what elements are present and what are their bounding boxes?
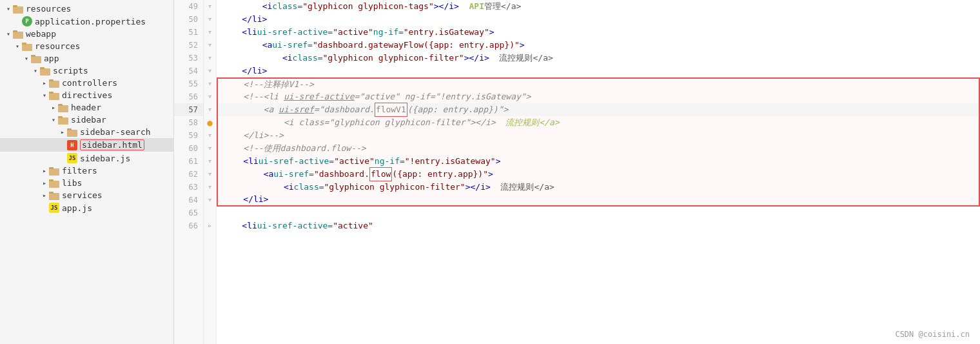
item-label: scripts (53, 66, 88, 76)
svg-rect-11 (49, 79, 54, 81)
svg-rect-13 (49, 92, 54, 94)
sidebar-item-libs[interactable]: libs (0, 177, 173, 189)
gutter-cell[interactable] (204, 39, 216, 52)
html-file-icon: H (67, 140, 77, 150)
sidebar-item-directives[interactable]: directives (0, 89, 173, 101)
gutter-cell[interactable] (204, 219, 216, 232)
code-line-56: <!--<li ui-sref-active="active" ng-if="!… (217, 90, 980, 103)
gutter-cell[interactable] (204, 181, 216, 194)
folder-icon (49, 91, 59, 100)
arrow-icon (40, 79, 49, 86)
arrow-icon (31, 67, 40, 74)
item-label: controllers (62, 78, 117, 88)
sidebar-item-app-js[interactable]: JS app.js (0, 201, 173, 214)
line-numbers: 49 50 51 52 53 54 55 56 57 58 59 60 61 6… (174, 0, 204, 344)
sidebar-item-sidebar-js[interactable]: JS sidebar.js (0, 152, 173, 165)
svg-rect-24 (49, 193, 59, 200)
item-label: sidebar (71, 115, 106, 125)
line-number: 55 (174, 77, 203, 90)
svg-rect-6 (31, 56, 41, 63)
line-number: 64 (174, 194, 203, 207)
folder-icon (13, 30, 23, 39)
sidebar-item-sidebar-search[interactable]: sidebar-search (0, 126, 173, 138)
svg-rect-10 (49, 81, 59, 88)
gutter-cell[interactable] (204, 0, 216, 13)
sidebar-item-filters[interactable]: filters (0, 165, 173, 177)
gutter-cell[interactable] (204, 129, 216, 142)
code-line-59: </li>--> (217, 129, 980, 142)
file-tree[interactable]: resources P application.properties webap… (0, 0, 174, 344)
sidebar-item-webapp[interactable]: webapp (0, 28, 173, 40)
gutter: ● (204, 0, 217, 344)
item-label: header (71, 103, 101, 112)
item-label: resources (35, 41, 80, 51)
gutter-cell[interactable] (204, 155, 216, 168)
code-container: 49 50 51 52 53 54 55 56 57 58 59 60 61 6… (174, 0, 980, 344)
gutter-cell[interactable] (204, 52, 216, 65)
folder-icon (67, 128, 77, 137)
svg-rect-16 (58, 117, 68, 125)
line-number: 52 (174, 39, 203, 52)
line-number: 58 (174, 116, 203, 129)
code-line-61: <li ui-sref-active="active" ng-if="!entr… (217, 155, 980, 168)
folder-icon (31, 54, 41, 63)
folder-icon (13, 5, 23, 14)
arrow-icon (13, 43, 22, 50)
sidebar-item-sidebar-folder[interactable]: sidebar (0, 114, 173, 126)
item-label: sidebar.html (80, 139, 144, 150)
editor-area: 49 50 51 52 53 54 55 56 57 58 59 60 61 6… (174, 0, 980, 344)
code-lines[interactable]: <i class="glyphicon glyphicon-tags"></i>… (217, 0, 980, 344)
sidebar-item-resources[interactable]: resources (0, 3, 173, 15)
svg-rect-18 (67, 130, 77, 137)
gutter-cell[interactable] (204, 26, 216, 39)
gutter-cell[interactable] (204, 77, 216, 90)
code-line-54: </li> (217, 65, 980, 77)
code-line-66: <li ui-sref-active="active" (217, 219, 980, 232)
svg-rect-14 (58, 105, 68, 112)
sidebar-item-scripts[interactable]: scripts (0, 65, 173, 77)
line-number: 61 (174, 155, 203, 168)
svg-rect-3 (13, 30, 17, 32)
item-label: application.properties (35, 17, 146, 26)
sidebar-item-controllers[interactable]: controllers (0, 77, 173, 89)
code-line-60: <!--使用dashboard.flow--> (217, 142, 980, 155)
gutter-cell[interactable] (204, 142, 216, 155)
folder-icon (58, 103, 68, 112)
arrow-icon (49, 104, 58, 111)
gutter-cell[interactable] (204, 194, 216, 207)
item-label: services (62, 190, 103, 200)
code-line-57: <a ui-sref="dashboard.flowV1({app: entry… (217, 103, 980, 116)
item-label: filters (62, 166, 97, 176)
arrow-icon (40, 167, 49, 174)
sidebar-item-resources-webapp[interactable]: resources (0, 40, 173, 52)
svg-rect-23 (49, 179, 54, 181)
sidebar-item-app[interactable]: app (0, 52, 173, 65)
sidebar-item-application-properties[interactable]: P application.properties (0, 15, 173, 28)
sidebar-item-sidebar-html[interactable]: H sidebar.html (0, 138, 173, 152)
item-label: webapp (26, 29, 56, 39)
arrow-icon (4, 5, 13, 12)
code-line-64: </li> (217, 194, 980, 207)
code-line-58: <i class="glyphicon glyphicon-filter"></… (217, 116, 980, 129)
gutter-cell[interactable] (204, 90, 216, 103)
props-file-icon: P (22, 16, 32, 26)
svg-rect-15 (58, 104, 63, 106)
gutter-cell[interactable] (204, 103, 216, 116)
line-number: 60 (174, 142, 203, 155)
code-line-55: <!--注释掉V1--> (217, 77, 980, 90)
gutter-cell[interactable] (204, 13, 216, 26)
sidebar-item-header[interactable]: header (0, 101, 173, 114)
line-number: 57 (174, 103, 203, 116)
gutter-cell-bookmark: ● (204, 116, 216, 129)
code-line-62: <a ui-sref="dashboard.flow({app: entry.a… (217, 168, 980, 181)
code-line-52: <a ui-sref="dashboard.gatewayFlow({app: … (217, 39, 980, 52)
sidebar-item-services[interactable]: services (0, 189, 173, 201)
code-line-50: </li> (217, 13, 980, 26)
folder-icon (49, 79, 59, 88)
gutter-cell[interactable] (204, 168, 216, 181)
item-label: sidebar-search (80, 127, 151, 137)
item-label: libs (62, 178, 82, 188)
folder-icon (49, 167, 59, 176)
gutter-cell[interactable] (204, 65, 216, 77)
js-file-icon: JS (49, 203, 59, 213)
